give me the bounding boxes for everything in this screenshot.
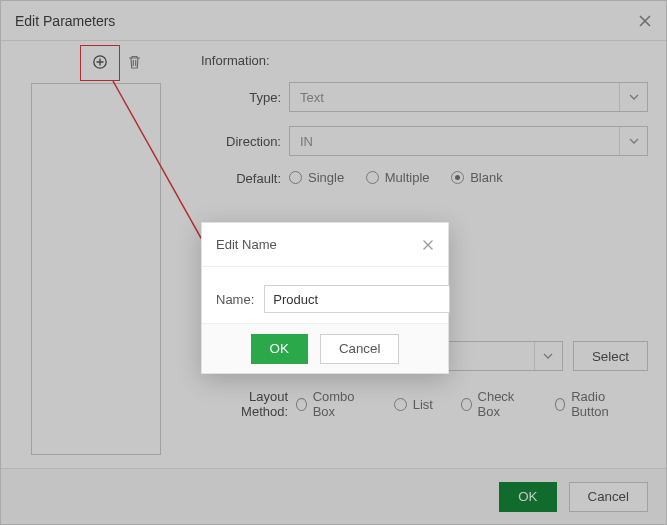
parameter-list[interactable]	[31, 83, 161, 455]
default-radio-group: Single Multiple Blank	[289, 170, 521, 187]
close-icon[interactable]	[422, 239, 434, 251]
edit-name-modal: Edit Name Name: OK Cancel	[201, 222, 449, 374]
modal-title: Edit Name	[216, 237, 277, 252]
modal-titlebar: Edit Name	[202, 223, 448, 267]
ok-button[interactable]: OK	[499, 482, 556, 512]
direction-label: Direction:	[201, 134, 281, 149]
cancel-button[interactable]: Cancel	[569, 482, 649, 512]
dialog-title: Edit Parameters	[15, 13, 115, 29]
chevron-down-icon	[619, 83, 647, 111]
chevron-down-icon	[534, 342, 562, 370]
type-value: Text	[300, 90, 324, 105]
layout-radio-combo[interactable]: Combo Box	[296, 389, 366, 419]
modal-ok-button[interactable]: OK	[251, 334, 308, 364]
default-radio-blank[interactable]: Blank	[451, 170, 503, 185]
name-input[interactable]	[264, 285, 450, 313]
direction-value: IN	[300, 134, 313, 149]
titlebar: Edit Parameters	[1, 1, 666, 41]
modal-cancel-button[interactable]: Cancel	[320, 334, 400, 364]
info-section-label: Information:	[201, 53, 648, 68]
layout-radio-radio[interactable]: Radio Button	[555, 389, 630, 419]
name-label: Name:	[216, 292, 254, 307]
direction-select[interactable]: IN	[289, 126, 648, 156]
trash-icon[interactable]	[125, 53, 143, 71]
select-button[interactable]: Select	[573, 341, 648, 371]
close-icon[interactable]	[638, 14, 652, 28]
type-label: Type:	[201, 90, 281, 105]
modal-footer: OK Cancel	[202, 323, 448, 373]
layout-label: Layout Method:	[201, 389, 288, 419]
layout-radio-list[interactable]: List	[394, 397, 433, 412]
dialog-footer: OK Cancel	[1, 468, 666, 524]
default-label: Default:	[201, 171, 281, 186]
chevron-down-icon	[619, 127, 647, 155]
type-select[interactable]: Text	[289, 82, 648, 112]
annotation-highlight-box	[80, 45, 120, 81]
layout-radio-check[interactable]: Check Box	[461, 389, 527, 419]
default-radio-multiple[interactable]: Multiple	[366, 170, 430, 185]
default-radio-single[interactable]: Single	[289, 170, 344, 185]
layout-radio-group: Combo Box List Check Box Radio Button	[296, 389, 648, 419]
